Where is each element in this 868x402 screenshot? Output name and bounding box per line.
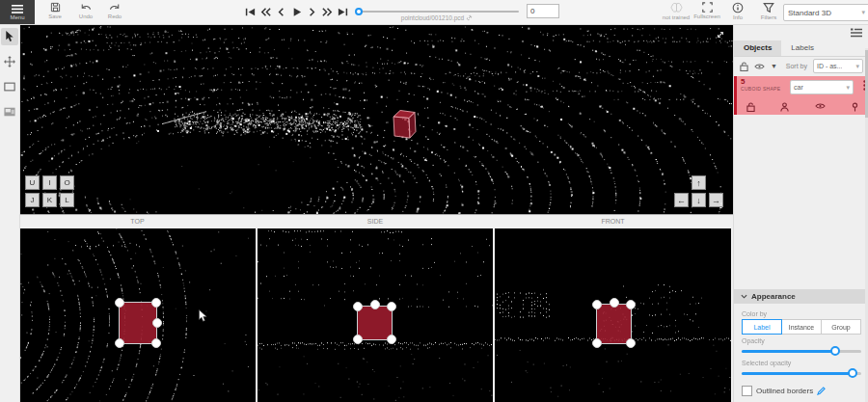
next-frame-button[interactable] — [306, 6, 318, 18]
resize-handle[interactable] — [626, 300, 636, 309]
color-by-segmented: Label Instance Group — [742, 319, 861, 335]
slider-handle[interactable] — [848, 368, 857, 378]
key-u[interactable]: U — [25, 175, 40, 190]
playback-controls — [244, 0, 349, 24]
undo-button[interactable]: Undo — [71, 2, 100, 19]
resize-handle[interactable] — [353, 335, 363, 344]
key-i[interactable]: I — [42, 175, 57, 190]
visibility-eye-icon[interactable] — [754, 63, 765, 70]
pointcloud-3d-view[interactable]: U I O J K L ↑ ← ↓ → — [19, 24, 733, 214]
key-j[interactable]: J — [25, 193, 40, 207]
fast-rewind-button[interactable] — [259, 6, 272, 18]
visibility-eye-icon[interactable] — [815, 102, 826, 112]
arrow-up-button[interactable]: ↑ — [692, 175, 706, 190]
filename: pointcloud/001210.pcd — [347, 14, 527, 21]
selected-cuboid-3d[interactable] — [391, 109, 418, 140]
resize-handle[interactable] — [592, 338, 602, 348]
slider-fill — [742, 350, 835, 353]
caret-down-icon[interactable]: ▼ — [771, 63, 777, 69]
cuboid-tool-button[interactable] — [1, 78, 18, 95]
color-by-label: Color by — [742, 310, 861, 317]
play-button[interactable] — [290, 6, 303, 18]
link-icon[interactable] — [466, 14, 473, 21]
move-tool-button[interactable] — [1, 53, 18, 70]
save-button[interactable]: Save — [41, 2, 69, 19]
view-mode-select[interactable]: Standard 3D ▾ — [783, 4, 868, 21]
color-by-group-button[interactable]: Group — [821, 319, 861, 335]
tab-labels[interactable]: Labels — [781, 40, 824, 56]
skip-start-button[interactable] — [244, 6, 257, 18]
slider-handle[interactable] — [830, 346, 840, 356]
frame-slider-track[interactable] — [355, 11, 519, 13]
image-overlay-tool-button[interactable] — [1, 103, 18, 121]
object-list-item-selected[interactable]: 5 CUBOID SHAPE car ▾ — [734, 76, 868, 115]
selected-box-side[interactable] — [357, 306, 393, 340]
fast-forward-button[interactable] — [321, 6, 334, 18]
object-item-actions — [746, 102, 859, 112]
frame-number-input[interactable] — [527, 4, 559, 18]
info-button[interactable]: Info — [723, 2, 752, 20]
resize-handle[interactable] — [387, 335, 396, 344]
person-icon[interactable] — [780, 102, 789, 112]
outlined-borders-row: Outlined borders — [742, 386, 861, 396]
resize-handle[interactable] — [592, 300, 602, 309]
key-k[interactable]: K — [42, 193, 57, 207]
resize-handle[interactable] — [626, 338, 636, 348]
menu-button[interactable]: Menu — [0, 0, 35, 24]
fullscreen-icon — [702, 2, 713, 13]
arrow-left-button[interactable]: ← — [674, 193, 689, 207]
key-l[interactable]: L — [60, 193, 74, 207]
filters-button[interactable]: Filters — [754, 2, 783, 20]
resize-handle[interactable] — [151, 338, 161, 348]
undo-icon — [80, 2, 92, 13]
resize-handle[interactable] — [115, 298, 124, 308]
selected-box-front[interactable] — [596, 304, 632, 344]
color-by-label-button[interactable]: Label — [742, 319, 782, 335]
tab-objects[interactable]: Objects — [734, 40, 781, 56]
panel-list-icon[interactable] — [851, 28, 862, 38]
resize-handle[interactable] — [115, 338, 124, 348]
resize-handle[interactable] — [610, 298, 619, 308]
outlined-borders-checkbox[interactable] — [742, 386, 752, 396]
pin-icon[interactable] — [851, 102, 859, 112]
top-ortho-view[interactable] — [19, 228, 256, 402]
key-o[interactable]: O — [60, 175, 74, 190]
hamburger-icon — [12, 5, 23, 13]
redo-button[interactable]: Redo — [100, 2, 129, 19]
opacity-slider[interactable] — [742, 346, 861, 357]
sort-select[interactable]: ID - as... ▾ — [813, 59, 863, 73]
side-view-label: SIDE — [258, 218, 493, 225]
arrow-right-button[interactable]: → — [709, 193, 723, 207]
sidebar-tabs: Objects Labels — [734, 40, 868, 57]
lock-icon[interactable] — [746, 102, 755, 112]
front-view-label: FRONT — [495, 218, 731, 225]
arrow-down-button[interactable]: ↓ — [692, 193, 706, 207]
selected-opacity-label: Selected opacity — [742, 360, 861, 366]
resize-handle[interactable] — [152, 318, 162, 328]
not-trained-indicator: not trained — [662, 2, 691, 20]
side-ortho-view[interactable] — [258, 228, 493, 402]
selected-box-top[interactable] — [119, 302, 157, 344]
chevron-down-icon: ▾ — [861, 9, 865, 16]
menu-label: Menu — [10, 14, 24, 20]
top-toolbar: Menu Save Undo Redo — [0, 0, 868, 25]
select-tool-button[interactable] — [1, 28, 18, 45]
resize-handle[interactable] — [353, 302, 363, 311]
color-by-instance-button[interactable]: Instance — [781, 319, 822, 335]
selected-opacity-slider[interactable] — [742, 368, 861, 379]
category-select[interactable]: car ▾ — [790, 80, 854, 94]
appearance-header[interactable]: Appearance — [734, 289, 868, 304]
expand-view-icon[interactable] — [716, 30, 725, 40]
resize-handle[interactable] — [370, 300, 380, 309]
resize-handle[interactable] — [151, 298, 161, 308]
filter-funnel-icon — [763, 2, 774, 13]
fullscreen-button[interactable]: Fullscreen — [692, 2, 721, 20]
front-ortho-view[interactable] — [495, 228, 731, 402]
pointcloud-3d-canvas[interactable] — [19, 24, 733, 214]
left-tool-rail — [0, 24, 20, 402]
prev-frame-button[interactable] — [275, 6, 287, 18]
pencil-icon[interactable] — [817, 387, 826, 395]
lock-icon[interactable] — [740, 62, 748, 71]
resize-handle[interactable] — [387, 302, 396, 311]
rotation-keypad: U I O J K L — [25, 175, 74, 207]
